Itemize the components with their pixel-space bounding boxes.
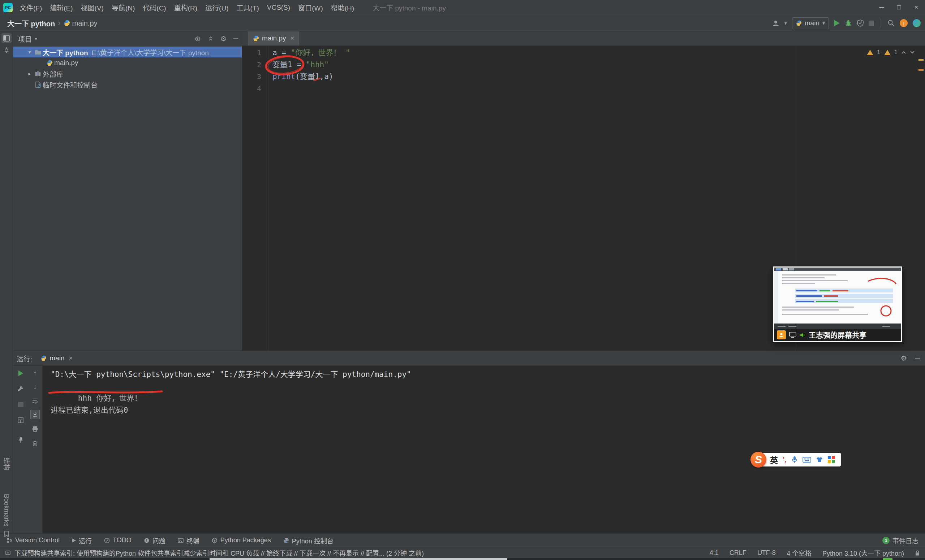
toolwindow-python-packages[interactable]: Python Packages <box>212 536 271 544</box>
menu-refactor[interactable]: 重构(R) <box>170 0 201 15</box>
inspection-widget[interactable]: 1 1 <box>867 49 915 56</box>
close-button[interactable]: × <box>908 0 925 15</box>
breadcrumb-project[interactable]: 大一下 python <box>7 18 55 29</box>
menu-view[interactable]: 视图(V) <box>77 0 108 15</box>
restore-layout-icon[interactable] <box>16 416 25 425</box>
toolwindow-terminal[interactable]: 终端 <box>178 536 199 545</box>
menu-navigate[interactable]: 导航(N) <box>108 0 139 15</box>
line-number: 1 <box>242 47 268 59</box>
menu-tools[interactable]: 工具(T) <box>232 0 263 15</box>
screen-share-window[interactable]: 王志强的屏幕共享 <box>773 266 902 342</box>
menu-edit[interactable]: 编辑(E) <box>46 0 77 15</box>
stop-button[interactable] <box>869 21 874 26</box>
file-encoding[interactable]: UTF-8 <box>757 549 776 557</box>
pin-tab-icon[interactable] <box>16 435 25 444</box>
scratches-icon <box>33 82 43 88</box>
toolwindow-problems[interactable]: 问题 <box>144 536 166 545</box>
ime-mic-icon[interactable] <box>791 456 798 464</box>
add-developer-icon[interactable] <box>772 20 779 27</box>
down-stack-trace-icon[interactable]: ↓ <box>30 382 40 392</box>
menu-help[interactable]: 帮助(H) <box>327 0 358 15</box>
screen-share-toolbar[interactable]: 王志强的屏幕共享 <box>774 329 901 341</box>
status-message[interactable]: 下载预构建共享索引: 使用预构建的Python 软件包共享索引减少索引时间和 C… <box>14 548 424 557</box>
up-stack-trace-icon[interactable]: ↑ <box>30 369 40 378</box>
structure-stripe-label[interactable]: 结构 <box>3 458 12 470</box>
ime-skin-icon[interactable] <box>816 456 823 463</box>
weak-warning-count: 1 <box>894 49 898 56</box>
prev-problem-icon[interactable] <box>901 51 906 54</box>
minimize-button[interactable]: ─ <box>873 0 890 15</box>
menu-file[interactable]: 文件(F) <box>15 0 46 15</box>
tree-item-project-root[interactable]: ▾ 大一下 python E:\黄子洋个人\大学学习\大一下 python <box>13 47 242 57</box>
run-configuration-select[interactable]: main ▾ <box>792 17 829 29</box>
update-notification-icon[interactable]: ↑ <box>900 19 908 27</box>
breadcrumb-file[interactable]: main.py <box>72 19 98 27</box>
run-tab-main[interactable]: main × <box>37 351 76 366</box>
soft-wrap-icon[interactable] <box>30 396 40 405</box>
print-icon[interactable] <box>30 424 40 434</box>
toolwindow-label: 运行 <box>79 536 92 545</box>
ime-language-mode[interactable]: 英 <box>770 454 778 465</box>
menu-window[interactable]: 窗口(W) <box>294 0 327 15</box>
close-icon[interactable]: × <box>69 354 72 362</box>
debug-button[interactable] <box>845 20 852 27</box>
tree-item-external-libraries[interactable]: ▸ 外部库 <box>13 68 242 79</box>
chevron-collapsed-icon[interactable]: ▸ <box>26 71 33 77</box>
collapse-all-icon[interactable] <box>207 35 214 42</box>
toolwindow-run[interactable]: 运行 <box>72 536 92 545</box>
edit-configuration-icon[interactable] <box>16 384 25 393</box>
locate-file-icon[interactable]: ⊕ <box>195 34 201 43</box>
code-operator: = <box>292 60 306 69</box>
run-console[interactable]: "D:\大一下 python\Scripts\python.exe" "E:/黄… <box>43 366 925 533</box>
toolwindow-version-control[interactable]: Version Control <box>6 536 60 544</box>
chevron-expanded-icon[interactable]: ▾ <box>26 49 33 55</box>
caret-position[interactable]: 4:1 <box>710 549 719 557</box>
code-variable: a <box>273 48 277 57</box>
bookmarks-stripe-label[interactable]: Bookmarks <box>3 494 10 526</box>
project-panel-title[interactable]: 项目 <box>18 34 32 44</box>
project-stripe-icon[interactable] <box>2 33 12 44</box>
line-separator[interactable]: CRLF <box>729 549 747 557</box>
commit-stripe-icon[interactable] <box>2 45 12 55</box>
navigation-bar: 大一下 python › main.py ▾ main ▾ ↑ <box>0 15 925 32</box>
ime-keyboard-icon[interactable] <box>803 457 811 463</box>
ime-toolbox-icon[interactable] <box>828 456 835 463</box>
settings-icon[interactable]: ⚙ <box>901 354 907 362</box>
toolwindow-todo[interactable]: TODO <box>104 536 131 544</box>
search-everywhere-icon[interactable] <box>887 20 895 27</box>
toolwindow-label: TODO <box>113 536 131 544</box>
next-problem-icon[interactable] <box>910 51 915 54</box>
close-icon[interactable]: × <box>291 35 294 42</box>
menu-run[interactable]: 运行(U) <box>201 0 232 15</box>
stop-button[interactable] <box>16 400 25 409</box>
chevron-down-icon[interactable]: ▾ <box>785 20 787 26</box>
run-with-coverage-button[interactable] <box>857 20 863 27</box>
tree-item-main-py[interactable]: main.py <box>13 57 242 68</box>
clear-console-icon[interactable] <box>30 439 40 448</box>
python-interpreter[interactable]: Python 3.10 (大一下 python) <box>823 548 904 557</box>
menu-code[interactable]: 代码(C) <box>139 0 170 15</box>
line-number: 3 <box>242 71 268 83</box>
ime-punctuation-mode[interactable]: ’, <box>783 456 786 464</box>
tree-item-scratches[interactable]: 临时文件和控制台 <box>13 79 242 90</box>
toolwindow-python-console[interactable]: Python 控制台 <box>283 536 333 545</box>
scroll-to-end-icon[interactable] <box>30 410 40 419</box>
sogou-logo-icon[interactable]: S <box>750 452 766 468</box>
bookmark-icon[interactable] <box>2 529 12 539</box>
preview-highlight-row <box>795 288 893 293</box>
sogou-ime-toolbar[interactable]: S 英 ’, <box>750 452 841 467</box>
editor-tab-main-py[interactable]: main.py × <box>248 31 299 45</box>
hide-panel-icon[interactable]: ─ <box>915 354 920 362</box>
rerun-button[interactable] <box>16 369 25 378</box>
download-indexes-icon <box>5 550 11 555</box>
code-with-me-icon[interactable] <box>913 19 920 27</box>
run-button[interactable] <box>834 20 840 26</box>
menu-vcs[interactable]: VCS(S) <box>263 0 294 15</box>
maximize-button[interactable]: □ <box>890 0 908 15</box>
python-packages-icon <box>212 537 217 543</box>
settings-icon[interactable]: ⚙ <box>220 34 227 43</box>
write-access-lock-icon[interactable] <box>915 550 920 556</box>
hide-panel-icon[interactable]: ─ <box>234 35 238 43</box>
indent-style[interactable]: 4 个空格 <box>786 548 812 557</box>
event-log-button[interactable]: 1 事件日志 <box>882 536 919 545</box>
